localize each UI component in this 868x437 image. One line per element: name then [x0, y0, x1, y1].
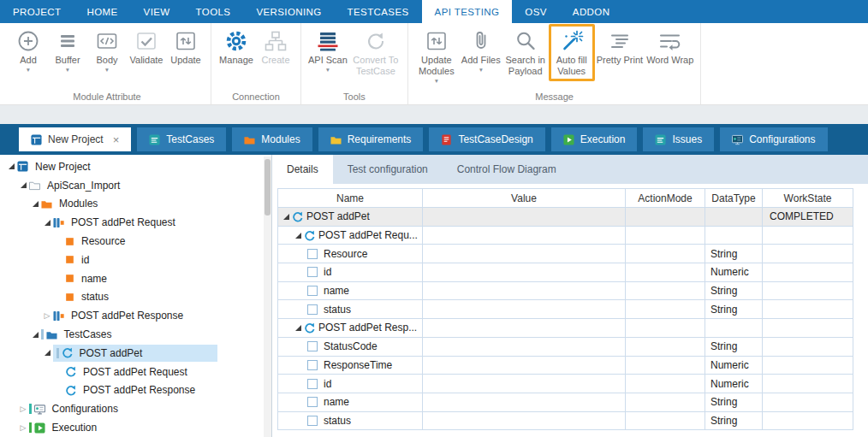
menu-item-tools[interactable]: TOOLS [183, 0, 244, 23]
menu-item-view[interactable]: VIEW [131, 0, 183, 23]
tree-scrollbar[interactable] [264, 156, 271, 437]
menu-item-osv[interactable]: OSV [512, 0, 560, 23]
expander-icon[interactable]: ▷ [41, 311, 53, 320]
expander-icon[interactable]: ▷ [17, 423, 29, 432]
tab-new-project[interactable]: New Project × [19, 127, 131, 151]
auto-fill-values-button[interactable]: Auto fill Values [549, 24, 595, 81]
tree-item-id[interactable]: id [0, 251, 271, 269]
row-checkbox[interactable] [307, 397, 318, 407]
manage-button[interactable]: Manage [217, 26, 256, 67]
tab-requirements[interactable]: Requirements [318, 127, 424, 151]
column-header-datatype[interactable]: DataType [705, 188, 763, 208]
table-row-statuscode[interactable]: StatusCode String [277, 338, 868, 357]
search-in-payload-button[interactable]: Search in Payload [502, 26, 549, 78]
expander-icon[interactable]: ▷ [17, 405, 29, 413]
table-row-status-response[interactable]: status String [277, 412, 868, 431]
tab-configurations[interactable]: Configurations [720, 127, 827, 151]
row-checkbox[interactable] [307, 341, 318, 351]
expander-icon[interactable] [29, 201, 41, 207]
tree-item-apiscan-import[interactable]: ApiScan_Import [0, 176, 271, 195]
expander-icon[interactable] [292, 233, 304, 239]
table-row-post-addpet[interactable]: POST addPet COMPLETED [277, 208, 868, 227]
expander-icon[interactable] [17, 182, 29, 188]
tree-item-post-addpet-request-step[interactable]: POST addPet Request [0, 363, 271, 381]
table-row-status-request[interactable]: status String [277, 300, 868, 319]
buffer-lines-icon [55, 27, 80, 55]
tab-control-flow-diagram[interactable]: Control Flow Diagram [443, 155, 571, 184]
requirements-folder-icon [330, 134, 342, 145]
row-checkbox[interactable] [307, 286, 318, 296]
workstate-cell [763, 300, 853, 319]
tab-execution[interactable]: Execution [551, 127, 638, 151]
close-icon[interactable]: × [113, 134, 120, 145]
tree-item-post-addpet-response-module[interactable]: ▷ POST addPet Response [0, 306, 271, 325]
update-modules-button[interactable]: Update Modules▾ [413, 26, 460, 85]
tree-item-status[interactable]: status [0, 288, 271, 307]
expander-icon[interactable] [292, 325, 304, 331]
tab-testcases[interactable]: TestCases [137, 127, 226, 151]
expander-icon[interactable] [280, 214, 292, 220]
row-checkbox[interactable] [307, 249, 318, 259]
buffer-button[interactable]: Buffer▾ [48, 26, 87, 74]
tree-item-execution[interactable]: ▷ Execution [0, 418, 271, 437]
table-row-resource[interactable]: Resource String [277, 245, 868, 263]
row-checkbox[interactable] [307, 416, 318, 426]
tree-item-post-addpet-response-step[interactable]: POST addPet Response [0, 381, 271, 400]
pretty-print-button[interactable]: Pretty Print [595, 26, 645, 67]
workspace-tabbar: New Project × TestCases Modules Requirem… [0, 124, 868, 155]
column-header-name[interactable]: Name [277, 188, 423, 208]
menu-item-versioning[interactable]: VERSIONING [243, 0, 334, 23]
table-row-name-request[interactable]: name String [277, 282, 868, 301]
menu-item-api-testing[interactable]: API TESTING [422, 0, 513, 23]
tree-item-configurations[interactable]: ▷ Configurations [0, 399, 271, 418]
validate-button[interactable]: Validate [127, 26, 166, 67]
api-scan-button[interactable]: API Scan▾ [306, 26, 349, 74]
update-button[interactable]: Update [166, 26, 205, 67]
tree-item-modules[interactable]: Modules [0, 195, 271, 214]
convert-to-testcase-button[interactable]: Convert To TestCase [349, 26, 402, 78]
scrollbar-thumb[interactable] [265, 159, 271, 216]
tab-details[interactable]: Details [272, 155, 333, 184]
table-row-post-addpet-response[interactable]: POST addPet Resp... [277, 319, 868, 338]
row-checkbox[interactable] [307, 304, 318, 315]
row-checkbox[interactable] [307, 379, 318, 389]
column-header-value[interactable]: Value [423, 188, 626, 208]
tree-item-new-project[interactable]: New Project [0, 157, 271, 176]
add-files-button[interactable]: Add Files▾ [460, 26, 502, 74]
expander-icon[interactable] [5, 163, 17, 169]
body-button[interactable]: Body▾ [87, 26, 127, 74]
workstate-cell [763, 412, 853, 431]
menu-item-home[interactable]: HOME [74, 0, 130, 23]
tree-item-name[interactable]: name [0, 269, 271, 288]
table-row-responsetime[interactable]: ResponseTime Numeric [277, 357, 868, 375]
expander-icon[interactable] [41, 220, 53, 226]
expander-icon[interactable] [41, 350, 53, 356]
row-checkbox[interactable] [307, 267, 318, 277]
add-files-label: Add Files [461, 55, 501, 66]
tree-item-resource[interactable]: Resource [0, 232, 271, 251]
word-wrap-button[interactable]: Word Wrap [645, 26, 695, 67]
row-checkbox[interactable] [307, 360, 318, 370]
column-header-workstate[interactable]: WorkState [763, 188, 853, 208]
table-row-name-response[interactable]: name String [277, 393, 868, 412]
tab-issues[interactable]: Issues [643, 127, 714, 151]
tree-item-post-addpet-request-module[interactable]: POST addPet Request [0, 213, 271, 232]
tree-item-post-addpet[interactable]: POST addPet [0, 344, 271, 363]
menu-item-project[interactable]: PROJECT [0, 0, 74, 23]
table-row-id-response[interactable]: id Numeric [277, 375, 868, 393]
add-button[interactable]: Add▾ [9, 26, 48, 74]
table-row-post-addpet-request[interactable]: POST addPet Requ... [277, 227, 868, 245]
expander-icon[interactable] [29, 332, 41, 338]
table-row-id-request[interactable]: id Numeric [277, 263, 868, 282]
tab-modules[interactable]: Modules [232, 127, 312, 151]
tab-testcasedesign[interactable]: TestCaseDesign [429, 127, 544, 151]
column-header-actionmode[interactable]: ActionMode [626, 188, 705, 208]
chevron-down-icon: ▾ [66, 67, 69, 74]
menu-item-testcases[interactable]: TESTCASES [335, 0, 422, 23]
tab-test-configuration[interactable]: Test configuration [333, 155, 443, 184]
tree-item-testcases[interactable]: TestCases [0, 325, 271, 344]
create-button[interactable]: Create [256, 26, 295, 67]
execution-icon [563, 134, 574, 145]
menu-item-addon[interactable]: ADDON [560, 0, 623, 23]
menubar: PROJECT HOME VIEW TOOLS VERSIONING TESTC… [0, 0, 868, 23]
